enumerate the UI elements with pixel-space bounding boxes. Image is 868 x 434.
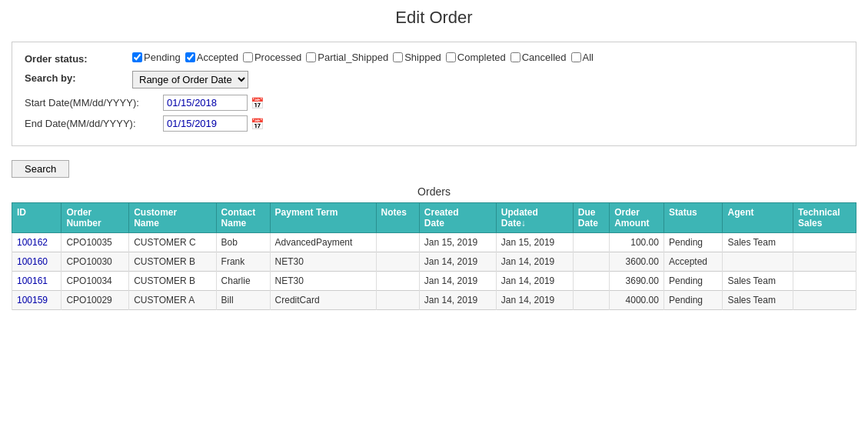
search-button[interactable]: Search xyxy=(12,160,69,178)
status-processed[interactable]: Processed xyxy=(243,52,301,63)
cell-technical_sales xyxy=(793,291,856,310)
col-header-created-date[interactable]: CreatedDate xyxy=(419,203,496,233)
cell-updated_date: Jan 14, 2019 xyxy=(496,291,573,310)
cell-payment_term: NET30 xyxy=(270,272,376,291)
cell-order_number: CPO10034 xyxy=(62,272,129,291)
cell-customer_name: CUSTOMER B xyxy=(129,252,216,272)
cell-order_amount: 3600.00 xyxy=(610,252,664,272)
search-by-label: Search by: xyxy=(25,71,132,84)
cell-created_date: Jan 14, 2019 xyxy=(419,272,496,291)
order-status-row: Order status: Pending Accepted Processed… xyxy=(25,52,843,65)
status-checkboxes: Pending Accepted Processed Partial_Shipp… xyxy=(132,52,597,63)
status-completed[interactable]: Completed xyxy=(446,52,506,63)
start-date-calendar-icon[interactable]: 📅 xyxy=(251,97,264,109)
end-date-calendar-icon[interactable]: 📅 xyxy=(251,118,264,130)
col-header-due-date: DueDate xyxy=(573,203,609,233)
cell-updated_date: Jan 14, 2019 xyxy=(496,252,573,272)
cell-agent: Sales Team xyxy=(723,233,793,252)
status-shipped[interactable]: Shipped xyxy=(393,52,441,63)
cell-status: Pending xyxy=(663,291,723,310)
order-id-link[interactable]: 100159 xyxy=(17,295,48,305)
cell-updated_date: Jan 15, 2019 xyxy=(496,233,573,252)
order-id-link[interactable]: 100161 xyxy=(17,275,48,286)
status-all[interactable]: All xyxy=(571,52,594,63)
cell-id[interactable]: 100161 xyxy=(12,272,62,291)
cell-order_amount: 100.00 xyxy=(610,233,664,252)
cell-technical_sales xyxy=(793,252,856,272)
start-date-input[interactable] xyxy=(163,95,248,111)
cell-created_date: Jan 14, 2019 xyxy=(419,252,496,272)
cell-contact_name: Bill xyxy=(216,291,270,310)
col-header-technical-sales: TechnicalSales xyxy=(793,203,856,233)
status-accepted[interactable]: Accepted xyxy=(185,52,238,63)
cell-customer_name: CUSTOMER B xyxy=(129,272,216,291)
cell-contact_name: Bob xyxy=(216,233,270,252)
cell-payment_term: NET30 xyxy=(270,252,376,272)
cell-created_date: Jan 15, 2019 xyxy=(419,233,496,252)
cell-status: Pending xyxy=(663,233,723,252)
cell-order_amount: 3690.00 xyxy=(610,272,664,291)
cell-order_number: CPO10035 xyxy=(62,233,129,252)
status-partial-shipped[interactable]: Partial_Shipped xyxy=(306,52,388,63)
status-pending[interactable]: Pending xyxy=(132,52,181,63)
col-header-notes: Notes xyxy=(376,203,419,233)
col-header-order-amount: OrderAmount xyxy=(610,203,664,233)
cell-contact_name: Charlie xyxy=(216,272,270,291)
filter-section: Order status: Pending Accepted Processed… xyxy=(12,42,856,146)
cell-due_date xyxy=(573,272,609,291)
order-status-label: Order status: xyxy=(25,52,132,65)
table-row: 100159CPO10029CUSTOMER ABillCreditCardJa… xyxy=(12,291,856,310)
cell-id[interactable]: 100159 xyxy=(12,291,62,310)
table-header-row: ID OrderNumber CustomerName ContactName … xyxy=(12,203,856,233)
cell-agent xyxy=(723,252,793,272)
cell-contact_name: Frank xyxy=(216,252,270,272)
status-cancelled[interactable]: Cancelled xyxy=(510,52,567,63)
order-id-link[interactable]: 100160 xyxy=(17,256,48,267)
col-header-status: Status xyxy=(663,203,723,233)
end-date-row: End Date(MM/dd/YYYY): 📅 xyxy=(25,115,843,132)
cell-due_date xyxy=(573,233,609,252)
cell-order_number: CPO10029 xyxy=(62,291,129,310)
start-date-row: Start Date(MM/dd/YYYY): 📅 xyxy=(25,95,843,111)
cell-customer_name: CUSTOMER C xyxy=(129,233,216,252)
cell-order_amount: 4000.00 xyxy=(610,291,664,310)
orders-section-title: Orders xyxy=(12,185,856,198)
col-header-contact-name: ContactName xyxy=(216,203,270,233)
end-date-label: End Date(MM/dd/YYYY): xyxy=(25,118,163,129)
cell-technical_sales xyxy=(793,272,856,291)
cell-id[interactable]: 100160 xyxy=(12,252,62,272)
end-date-input[interactable] xyxy=(163,115,248,132)
cell-status: Accepted xyxy=(663,252,723,272)
cell-order_number: CPO10030 xyxy=(62,252,129,272)
col-header-updated-date[interactable]: UpdatedDate↓ xyxy=(496,203,573,233)
cell-due_date xyxy=(573,291,609,310)
table-row: 100161CPO10034CUSTOMER BCharlieNET30Jan … xyxy=(12,272,856,291)
cell-technical_sales xyxy=(793,233,856,252)
col-header-order-number: OrderNumber xyxy=(62,203,129,233)
cell-agent: Sales Team xyxy=(723,291,793,310)
cell-payment_term: AdvancedPayment xyxy=(270,233,376,252)
cell-updated_date: Jan 14, 2019 xyxy=(496,272,573,291)
col-header-id: ID xyxy=(12,203,62,233)
cell-agent: Sales Team xyxy=(723,272,793,291)
order-id-link[interactable]: 100162 xyxy=(17,237,48,248)
table-row: 100162CPO10035CUSTOMER CBobAdvancedPayme… xyxy=(12,233,856,252)
search-by-row: Search by: Range of Order Date Range of … xyxy=(25,71,843,88)
cell-customer_name: CUSTOMER A xyxy=(129,291,216,310)
cell-payment_term: CreditCard xyxy=(270,291,376,310)
orders-table: ID OrderNumber CustomerName ContactName … xyxy=(12,202,856,310)
col-header-payment-term: Payment Term xyxy=(270,203,376,233)
search-by-select[interactable]: Range of Order Date Range of Ship Date R… xyxy=(132,71,248,88)
cell-notes xyxy=(376,252,419,272)
cell-notes xyxy=(376,272,419,291)
page-title: Edit Order xyxy=(12,8,856,28)
cell-due_date xyxy=(573,252,609,272)
start-date-label: Start Date(MM/dd/YYYY): xyxy=(25,97,163,108)
cell-id[interactable]: 100162 xyxy=(12,233,62,252)
cell-notes xyxy=(376,233,419,252)
col-header-agent: Agent xyxy=(723,203,793,233)
cell-created_date: Jan 14, 2019 xyxy=(419,291,496,310)
cell-status: Pending xyxy=(663,272,723,291)
search-by-dropdown-wrapper: Range of Order Date Range of Ship Date R… xyxy=(132,71,248,88)
table-row: 100160CPO10030CUSTOMER BFrankNET30Jan 14… xyxy=(12,252,856,272)
